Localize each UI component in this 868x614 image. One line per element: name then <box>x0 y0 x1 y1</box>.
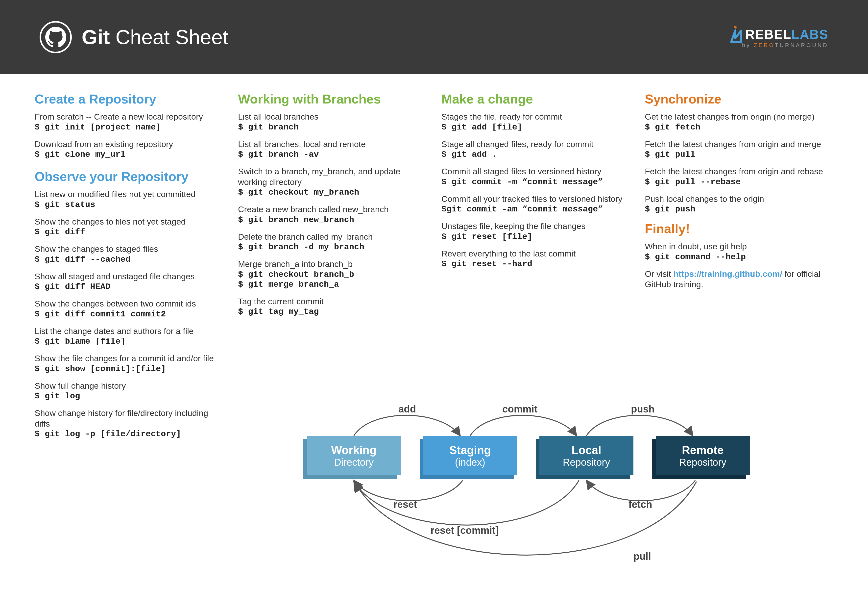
label-reset-commit: reset [commit] <box>431 525 499 536</box>
header-left: Git Cheat Sheet <box>40 21 228 53</box>
main-content: Create a Repository From scratch -- Crea… <box>0 74 868 446</box>
label-push: push <box>631 404 655 415</box>
list-item: Show the changes to staged files$ git di… <box>35 244 223 264</box>
box-staging: Staging(index) <box>423 436 517 476</box>
list-item: Unstages file, keeping the file changes$… <box>442 221 630 241</box>
list-item: Tag the current commit$ git tag my_tag <box>238 296 426 317</box>
list-item: Switch to a branch, my_branch, and updat… <box>238 166 426 197</box>
list-item: Revert everything to the last commit$ gi… <box>442 248 630 269</box>
logo-mark-icon <box>729 26 742 43</box>
list-item: Download from an existing repository$ gi… <box>35 139 223 159</box>
column-3: Make a change Stages the file, ready for… <box>442 89 630 446</box>
list-item: Stage all changed files, ready for commi… <box>442 139 630 159</box>
svg-point-0 <box>734 26 736 28</box>
page-header: Git Cheat Sheet REBELLABS by ZEROTURNARO… <box>0 0 868 74</box>
box-remote: RemoteRepository <box>656 436 750 476</box>
finally-visit: Or visit https://training.github.com/ fo… <box>645 269 833 290</box>
box-working: WorkingDirectory <box>307 436 401 476</box>
logo-turn: TURNAROUND <box>775 42 828 48</box>
logo-by: by <box>742 42 754 48</box>
box-local: LocalRepository <box>539 436 634 476</box>
heading-create: Create a Repository <box>35 92 223 106</box>
column-1: Create a Repository From scratch -- Crea… <box>35 89 223 446</box>
list-item: Fetch the latest changes from origin and… <box>645 166 833 187</box>
list-item: From scratch -- Create a new local repos… <box>35 111 223 132</box>
title-rest: Cheat Sheet <box>110 26 228 48</box>
label-fetch: fetch <box>628 499 652 510</box>
list-item: Fetch the latest changes from origin and… <box>645 139 833 159</box>
list-item: List all local branches$ git branch <box>238 111 426 132</box>
logo-zero: ZERO <box>754 42 775 48</box>
list-item: Commit all your tracked files to version… <box>442 194 630 214</box>
heading-branches: Working with Branches <box>238 92 426 106</box>
list-item: Show the changes to files not yet staged… <box>35 216 223 237</box>
git-flow-diagram: WorkingDirectory Staging(index) LocalRep… <box>248 401 817 604</box>
diagram-arrows <box>248 401 817 604</box>
heading-finally: Finally! <box>645 221 833 236</box>
list-item: Create a new branch called new_branch$ g… <box>238 204 426 225</box>
list-item: Push local changes to the origin$ git pu… <box>645 194 833 214</box>
list-item: Show change history for file/directory i… <box>35 408 223 439</box>
heading-sync: Synchronize <box>645 92 833 106</box>
list-item: Get the latest changes from origin (no m… <box>645 111 833 132</box>
label-commit: commit <box>502 404 538 415</box>
label-add: add <box>398 404 416 415</box>
label-reset: reset <box>394 499 417 510</box>
title-bold: Git <box>82 26 110 48</box>
label-pull: pull <box>634 551 651 562</box>
column-4: Synchronize Get the latest changes from … <box>645 89 833 446</box>
logo-rebel: REBEL <box>745 27 791 42</box>
list-item: Stages the file, ready for commit$ git a… <box>442 111 630 132</box>
github-icon <box>40 21 72 53</box>
list-item: Show the file changes for a commit id an… <box>35 353 223 374</box>
heading-observe: Observe your Repository <box>35 169 223 184</box>
column-2: Working with Branches List all local bra… <box>238 89 426 446</box>
heading-change: Make a change <box>442 92 630 106</box>
list-item: When in doubt, use git help$ git command… <box>645 241 833 262</box>
list-item: List the change dates and authors for a … <box>35 326 223 347</box>
list-item: Merge branch_a into branch_b$ git checko… <box>238 259 426 289</box>
page-title: Git Cheat Sheet <box>82 25 228 49</box>
list-item: List new or modified files not yet commi… <box>35 189 223 210</box>
diagram-boxes: WorkingDirectory Staging(index) LocalRep… <box>307 436 750 476</box>
list-item: Show the changes between two commit ids$… <box>35 298 223 319</box>
training-link[interactable]: https://training.github.com/ <box>673 269 782 278</box>
list-item: Show all staged and unstaged file change… <box>35 271 223 292</box>
list-item: List all branches, local and remote$ git… <box>238 139 426 159</box>
list-item: Commit all staged files to versioned his… <box>442 166 630 187</box>
list-item: Delete the branch called my_branch$ git … <box>238 232 426 252</box>
rebellabs-logo: REBELLABS by ZEROTURNAROUND <box>729 26 828 48</box>
list-item: Show full change history$ git log <box>35 381 223 401</box>
logo-labs: LABS <box>791 27 828 42</box>
